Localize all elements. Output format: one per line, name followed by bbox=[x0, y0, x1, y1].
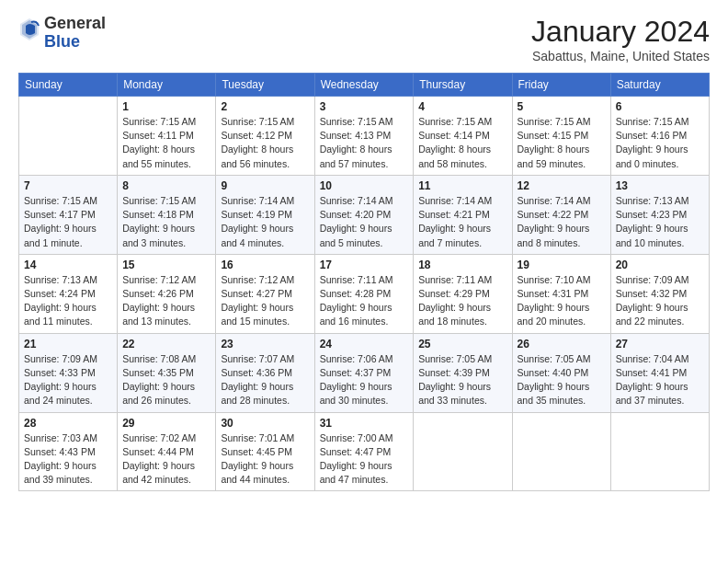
day-detail: Sunrise: 7:03 AMSunset: 4:43 PMDaylight:… bbox=[24, 431, 112, 488]
day-number: 16 bbox=[221, 259, 309, 271]
day-detail: Sunrise: 7:15 AMSunset: 4:18 PMDaylight:… bbox=[122, 194, 210, 250]
calendar-cell: 18Sunrise: 7:11 AMSunset: 4:29 PMDayligh… bbox=[414, 254, 512, 333]
location-subtitle: Sabattus, Maine, United States bbox=[531, 49, 710, 63]
day-detail: Sunrise: 7:10 AMSunset: 4:31 PMDaylight:… bbox=[518, 273, 606, 329]
day-detail: Sunrise: 7:08 AMSunset: 4:35 PMDaylight:… bbox=[122, 352, 210, 408]
day-number: 21 bbox=[24, 338, 112, 350]
day-detail: Sunrise: 7:01 AMSunset: 4:45 PMDaylight:… bbox=[221, 431, 309, 488]
weekday-header-monday: Monday bbox=[118, 74, 216, 97]
calendar-cell: 20Sunrise: 7:09 AMSunset: 4:32 PMDayligh… bbox=[610, 254, 709, 333]
day-number: 15 bbox=[122, 259, 210, 271]
calendar-week-row: 14Sunrise: 7:13 AMSunset: 4:24 PMDayligh… bbox=[19, 254, 710, 333]
calendar-cell: 26Sunrise: 7:05 AMSunset: 4:40 PMDayligh… bbox=[512, 333, 610, 412]
calendar-table: SundayMondayTuesdayWednesdayThursdayFrid… bbox=[18, 73, 710, 491]
day-number: 2 bbox=[221, 100, 309, 113]
day-number: 13 bbox=[616, 179, 704, 192]
day-detail: Sunrise: 7:09 AMSunset: 4:33 PMDaylight:… bbox=[24, 352, 112, 408]
calendar-week-row: 28Sunrise: 7:03 AMSunset: 4:43 PMDayligh… bbox=[19, 412, 710, 491]
day-number: 1 bbox=[122, 100, 210, 113]
weekday-header-sunday: Sunday bbox=[19, 74, 118, 97]
calendar-cell: 22Sunrise: 7:08 AMSunset: 4:35 PMDayligh… bbox=[118, 333, 216, 412]
day-number: 30 bbox=[221, 417, 309, 430]
month-year-title: January 2024 bbox=[531, 15, 710, 49]
title-block: January 2024 Sabattus, Maine, United Sta… bbox=[531, 15, 710, 63]
day-number: 18 bbox=[418, 259, 506, 271]
calendar-cell: 5Sunrise: 7:15 AMSunset: 4:15 PMDaylight… bbox=[512, 97, 610, 176]
calendar-week-row: 7Sunrise: 7:15 AMSunset: 4:17 PMDaylight… bbox=[19, 175, 710, 254]
day-number: 7 bbox=[24, 179, 112, 192]
calendar-cell: 19Sunrise: 7:10 AMSunset: 4:31 PMDayligh… bbox=[512, 254, 610, 333]
calendar-cell: 7Sunrise: 7:15 AMSunset: 4:17 PMDaylight… bbox=[19, 175, 118, 254]
weekday-header-tuesday: Tuesday bbox=[216, 74, 314, 97]
day-detail: Sunrise: 7:05 AMSunset: 4:39 PMDaylight:… bbox=[418, 352, 506, 408]
weekday-header-row: SundayMondayTuesdayWednesdayThursdayFrid… bbox=[19, 74, 710, 97]
calendar-cell: 6Sunrise: 7:15 AMSunset: 4:16 PMDaylight… bbox=[610, 97, 709, 176]
day-number: 28 bbox=[24, 417, 112, 430]
day-number: 31 bbox=[320, 417, 409, 430]
day-detail: Sunrise: 7:15 AMSunset: 4:17 PMDaylight:… bbox=[24, 194, 112, 250]
calendar-cell: 21Sunrise: 7:09 AMSunset: 4:33 PMDayligh… bbox=[19, 333, 118, 412]
calendar-cell: 2Sunrise: 7:15 AMSunset: 4:12 PMDaylight… bbox=[216, 97, 314, 176]
day-number: 22 bbox=[122, 338, 210, 350]
day-detail: Sunrise: 7:06 AMSunset: 4:37 PMDaylight:… bbox=[320, 352, 409, 408]
day-detail: Sunrise: 7:11 AMSunset: 4:29 PMDaylight:… bbox=[418, 273, 506, 329]
day-detail: Sunrise: 7:15 AMSunset: 4:11 PMDaylight:… bbox=[122, 115, 210, 171]
day-detail: Sunrise: 7:05 AMSunset: 4:40 PMDaylight:… bbox=[518, 352, 606, 408]
day-detail: Sunrise: 7:13 AMSunset: 4:23 PMDaylight:… bbox=[616, 194, 704, 250]
calendar-cell: 3Sunrise: 7:15 AMSunset: 4:13 PMDaylight… bbox=[314, 97, 414, 176]
day-number: 27 bbox=[616, 338, 704, 350]
calendar-cell: 31Sunrise: 7:00 AMSunset: 4:47 PMDayligh… bbox=[314, 412, 414, 491]
weekday-header-thursday: Thursday bbox=[414, 74, 512, 97]
logo: General Blue bbox=[18, 15, 106, 52]
day-detail: Sunrise: 7:02 AMSunset: 4:44 PMDaylight:… bbox=[122, 431, 210, 488]
calendar-cell: 29Sunrise: 7:02 AMSunset: 4:44 PMDayligh… bbox=[118, 412, 216, 491]
day-detail: Sunrise: 7:04 AMSunset: 4:41 PMDaylight:… bbox=[616, 352, 704, 408]
calendar-cell: 11Sunrise: 7:14 AMSunset: 4:21 PMDayligh… bbox=[414, 175, 512, 254]
page-header: General Blue January 2024 Sabattus, Main… bbox=[18, 15, 710, 63]
calendar-cell bbox=[19, 97, 118, 176]
day-detail: Sunrise: 7:14 AMSunset: 4:22 PMDaylight:… bbox=[518, 194, 606, 250]
day-detail: Sunrise: 7:14 AMSunset: 4:19 PMDaylight:… bbox=[221, 194, 309, 250]
day-detail: Sunrise: 7:13 AMSunset: 4:24 PMDaylight:… bbox=[24, 273, 112, 329]
day-number: 25 bbox=[418, 338, 506, 350]
day-detail: Sunrise: 7:15 AMSunset: 4:13 PMDaylight:… bbox=[320, 115, 409, 171]
calendar-cell bbox=[610, 412, 709, 491]
calendar-cell: 27Sunrise: 7:04 AMSunset: 4:41 PMDayligh… bbox=[610, 333, 709, 412]
calendar-cell: 4Sunrise: 7:15 AMSunset: 4:14 PMDaylight… bbox=[414, 97, 512, 176]
calendar-week-row: 1Sunrise: 7:15 AMSunset: 4:11 PMDaylight… bbox=[19, 97, 710, 176]
day-number: 10 bbox=[320, 179, 409, 192]
logo-icon bbox=[18, 17, 40, 42]
calendar-cell: 16Sunrise: 7:12 AMSunset: 4:27 PMDayligh… bbox=[216, 254, 314, 333]
calendar-cell: 1Sunrise: 7:15 AMSunset: 4:11 PMDaylight… bbox=[118, 97, 216, 176]
day-number: 19 bbox=[518, 259, 606, 271]
calendar-cell: 17Sunrise: 7:11 AMSunset: 4:28 PMDayligh… bbox=[314, 254, 414, 333]
calendar-cell bbox=[512, 412, 610, 491]
calendar-cell: 25Sunrise: 7:05 AMSunset: 4:39 PMDayligh… bbox=[414, 333, 512, 412]
calendar-cell: 14Sunrise: 7:13 AMSunset: 4:24 PMDayligh… bbox=[19, 254, 118, 333]
calendar-cell: 24Sunrise: 7:06 AMSunset: 4:37 PMDayligh… bbox=[314, 333, 414, 412]
weekday-header-friday: Friday bbox=[512, 74, 610, 97]
day-detail: Sunrise: 7:14 AMSunset: 4:20 PMDaylight:… bbox=[320, 194, 409, 250]
day-number: 5 bbox=[518, 100, 606, 113]
day-detail: Sunrise: 7:11 AMSunset: 4:28 PMDaylight:… bbox=[320, 273, 409, 329]
day-number: 9 bbox=[221, 179, 309, 192]
calendar-cell bbox=[414, 412, 512, 491]
weekday-header-wednesday: Wednesday bbox=[314, 74, 414, 97]
weekday-header-saturday: Saturday bbox=[610, 74, 709, 97]
day-detail: Sunrise: 7:00 AMSunset: 4:47 PMDaylight:… bbox=[320, 431, 409, 488]
day-number: 8 bbox=[122, 179, 210, 192]
day-number: 11 bbox=[418, 179, 506, 192]
day-detail: Sunrise: 7:15 AMSunset: 4:15 PMDaylight:… bbox=[518, 115, 606, 171]
calendar-week-row: 21Sunrise: 7:09 AMSunset: 4:33 PMDayligh… bbox=[19, 333, 710, 412]
day-detail: Sunrise: 7:12 AMSunset: 4:26 PMDaylight:… bbox=[122, 273, 210, 329]
calendar-cell: 28Sunrise: 7:03 AMSunset: 4:43 PMDayligh… bbox=[19, 412, 118, 491]
day-number: 20 bbox=[616, 259, 704, 271]
day-detail: Sunrise: 7:07 AMSunset: 4:36 PMDaylight:… bbox=[221, 352, 309, 408]
day-number: 12 bbox=[518, 179, 606, 192]
day-number: 6 bbox=[616, 100, 704, 113]
calendar-cell: 13Sunrise: 7:13 AMSunset: 4:23 PMDayligh… bbox=[610, 175, 709, 254]
logo-text: General Blue bbox=[44, 15, 106, 52]
day-number: 4 bbox=[418, 100, 506, 113]
day-detail: Sunrise: 7:12 AMSunset: 4:27 PMDaylight:… bbox=[221, 273, 309, 329]
day-detail: Sunrise: 7:15 AMSunset: 4:14 PMDaylight:… bbox=[418, 115, 506, 171]
